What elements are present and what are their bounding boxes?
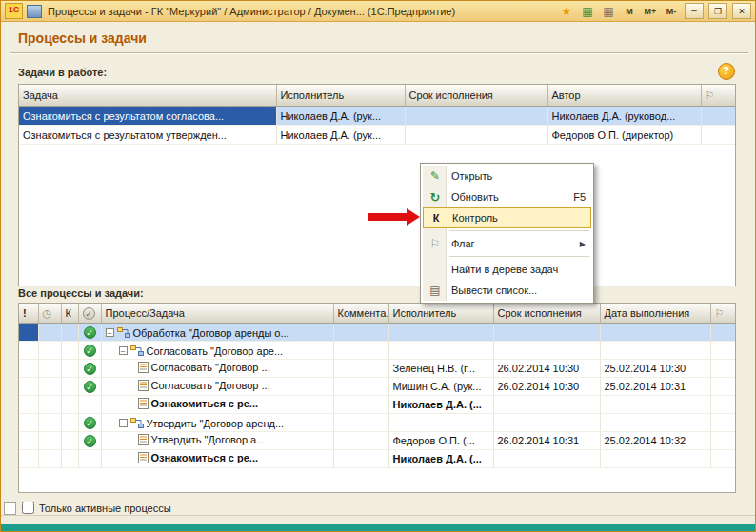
task-row[interactable]: ✓ Утвердить "Договор а... Федоров О.П. (… <box>19 432 735 450</box>
cell-flag[interactable] <box>701 107 735 126</box>
cell-completed[interactable]: ✓ <box>78 360 101 378</box>
cell-comment[interactable] <box>333 360 388 378</box>
tree-expander[interactable]: – <box>119 419 128 427</box>
maximize-button[interactable]: ❐ <box>708 3 727 19</box>
task-row[interactable]: Ознакомиться с результатом утвержден... … <box>19 126 735 145</box>
col-flag2[interactable]: ⚐ <box>710 304 735 324</box>
cell-importance[interactable] <box>19 324 38 342</box>
cell-done[interactable] <box>600 324 710 342</box>
cell-due[interactable] <box>493 450 600 468</box>
menu-item-control[interactable]: К Контроль <box>423 207 591 228</box>
cell-status[interactable] <box>38 324 61 342</box>
cell-done[interactable] <box>600 450 710 468</box>
process-row[interactable]: ✓ – Согласовать "Договор аре... <box>19 342 735 360</box>
col-process-task[interactable]: Процесс/Задача <box>101 304 333 324</box>
cell-control[interactable] <box>61 342 78 360</box>
minimize-button[interactable]: ─ <box>685 3 704 19</box>
cell-control[interactable] <box>61 360 78 378</box>
calculator-icon[interactable]: ▦ <box>579 4 596 19</box>
cell-completed[interactable]: ✓ <box>78 432 101 450</box>
cell-status[interactable] <box>38 360 61 378</box>
memory-m-minus-button[interactable]: M- <box>663 4 680 19</box>
cell-flag[interactable] <box>710 378 735 396</box>
cell-due[interactable] <box>493 396 600 414</box>
menu-item-flag[interactable]: ⚐ Флаг ▶ <box>423 233 591 254</box>
menu-item-print-list[interactable]: ▤ Вывести список... <box>423 280 591 301</box>
col-author[interactable]: Автор <box>547 85 701 107</box>
task-row[interactable]: ✓ Согласовать "Договор ... Зеленец Н.В. … <box>19 360 735 378</box>
cell-due[interactable] <box>405 126 547 145</box>
cell-flag[interactable] <box>710 432 735 450</box>
process-row[interactable]: ✓ – Утвердить "Договор аренд... <box>19 414 735 432</box>
cell-control[interactable] <box>61 450 78 468</box>
cell-flag[interactable] <box>710 324 735 342</box>
cell-flag[interactable] <box>710 414 735 432</box>
active-only-checkbox-row[interactable]: Только активные процессы <box>22 502 171 514</box>
task-row[interactable]: Ознакомиться с результатом согласова... … <box>19 107 735 126</box>
cell-flag[interactable] <box>710 450 735 468</box>
cell-status[interactable] <box>38 396 61 414</box>
cell-completed[interactable] <box>78 396 101 414</box>
cell-comment[interactable] <box>333 432 388 450</box>
cell-executor[interactable]: Николаев Д.А. (рук... <box>276 107 405 126</box>
cell-executor[interactable]: Зеленец Н.В. (г... <box>388 360 493 378</box>
task-row[interactable]: Ознакомиться с ре... Николаев Д.А. (... <box>19 396 735 414</box>
cell-done[interactable]: 25.02.2014 10:32 <box>600 432 710 450</box>
calendar-icon[interactable]: ▦ <box>600 4 617 19</box>
cell-importance[interactable] <box>19 396 38 414</box>
cell-process-task[interactable]: Утвердить "Договор а... <box>101 432 333 450</box>
cell-process-task[interactable]: – Обработка "Договор аренды о... <box>101 324 333 342</box>
cell-due[interactable] <box>493 342 600 360</box>
col-completed[interactable]: ✓ <box>78 304 101 324</box>
cell-control[interactable] <box>61 414 78 432</box>
cell-importance[interactable] <box>19 360 38 378</box>
col-executor2[interactable]: Исполнитель <box>388 304 493 324</box>
process-row[interactable]: ✓ – Обработка "Договор аренды о... <box>19 324 735 342</box>
col-task[interactable]: Задача <box>19 85 276 107</box>
col-importance[interactable]: ! <box>19 304 38 324</box>
cell-done[interactable]: 25.02.2014 10:30 <box>600 360 710 378</box>
system-menu-icon[interactable] <box>27 5 42 18</box>
cell-comment[interactable] <box>333 342 388 360</box>
cell-flag[interactable] <box>710 396 735 414</box>
tree-expander[interactable]: – <box>106 328 114 337</box>
cell-executor[interactable]: Николаев Д.А. (... <box>388 450 493 468</box>
cell-importance[interactable] <box>19 342 38 360</box>
cell-author[interactable]: Федоров О.П. (директор) <box>547 126 701 145</box>
cell-status[interactable] <box>38 342 61 360</box>
cell-executor[interactable] <box>388 342 493 360</box>
col-control[interactable]: К <box>61 304 78 324</box>
cell-completed[interactable]: ✓ <box>78 414 101 432</box>
memory-m-button[interactable]: M <box>621 4 638 19</box>
cell-comment[interactable] <box>333 414 388 432</box>
col-due2[interactable]: Срок исполнения <box>493 304 600 324</box>
cell-process-task[interactable]: – Согласовать "Договор аре... <box>101 342 333 360</box>
menu-item-refresh[interactable]: ↻ Обновить F5 <box>423 187 591 207</box>
cell-executor[interactable]: Николаев Д.А. (рук... <box>276 126 405 145</box>
cell-process-task[interactable]: Ознакомиться с ре... <box>101 396 333 414</box>
cell-done[interactable] <box>600 414 710 432</box>
cell-control[interactable] <box>61 396 78 414</box>
col-comment[interactable]: Коммента... <box>333 304 388 324</box>
col-due[interactable]: Срок исполнения <box>405 85 547 107</box>
cell-executor[interactable] <box>388 324 493 342</box>
cell-status[interactable] <box>38 378 61 396</box>
cell-done[interactable] <box>600 342 710 360</box>
tree-expander[interactable]: – <box>119 346 128 355</box>
cell-task[interactable]: Ознакомиться с результатом утвержден... <box>19 126 276 145</box>
cell-completed[interactable]: ✓ <box>78 324 101 342</box>
cell-due[interactable]: 26.02.2014 10:31 <box>493 432 600 450</box>
cell-importance[interactable] <box>19 414 38 432</box>
cell-due[interactable]: 26.02.2014 10:30 <box>493 378 600 396</box>
cell-task[interactable]: Ознакомиться с результатом согласова... <box>19 107 276 126</box>
cell-author[interactable]: Николаев Д.А. (руковод... <box>547 107 701 126</box>
cell-status[interactable] <box>38 414 61 432</box>
cell-completed[interactable]: ✓ <box>78 342 101 360</box>
menu-item-find-in-tree[interactable]: Найти в дереве задач <box>423 259 591 280</box>
cell-executor[interactable]: Мишин С.А. (рук... <box>388 378 493 396</box>
cell-executor[interactable]: Николаев Д.А. (... <box>388 396 493 414</box>
close-button[interactable]: ✕ <box>732 3 751 19</box>
cell-flag[interactable] <box>701 126 735 145</box>
cell-completed[interactable] <box>78 450 101 468</box>
cell-comment[interactable] <box>333 378 388 396</box>
